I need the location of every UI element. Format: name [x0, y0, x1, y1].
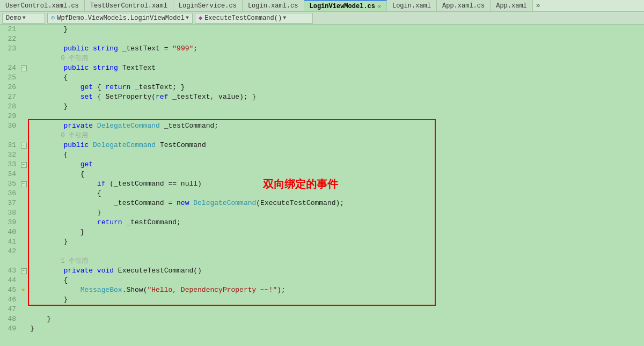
code-line-37: 37 _testCommand = new DelegateCommand(Ex… — [0, 198, 644, 208]
code-cell: get — [28, 160, 644, 170]
line-number: 30 — [0, 121, 19, 131]
code-token: public — [63, 45, 89, 53]
code-token: return — [97, 218, 122, 226]
editor: 双向绑定的事件 21 }2223 public string _testText… — [0, 25, 644, 346]
code-token — [30, 64, 63, 72]
code-line-33: 33− get — [0, 160, 644, 170]
project-label: Demo — [6, 14, 21, 22]
line-number: 21 — [0, 25, 19, 34]
code-token: TextText — [118, 64, 156, 72]
code-line-38: 38 } — [0, 208, 644, 218]
line-number: 25 — [0, 73, 19, 83]
fold-cell: − — [19, 181, 28, 187]
code-token: .Show( — [122, 286, 148, 294]
code-token — [93, 267, 97, 275]
line-number: 39 — [0, 218, 19, 227]
code-cell: set { SetProperty(ref _testText, value);… — [28, 92, 644, 102]
fold-icon[interactable]: − — [21, 181, 27, 187]
method-icon: ◆ — [199, 14, 202, 22]
fold-icon[interactable]: − — [21, 65, 27, 71]
bookmark-icon: ➤ — [21, 286, 26, 295]
code-cell: private DelegateCommand _testCommand; — [28, 121, 644, 131]
code-line-30: 30 private DelegateCommand _testCommand; — [0, 121, 644, 131]
code-token: private — [63, 267, 93, 275]
code-token — [30, 83, 80, 91]
code-line-40: 40 } — [0, 227, 644, 237]
tab-Login-xaml-cs[interactable]: Login.xaml.cs — [243, 0, 304, 12]
dropdown-icon[interactable]: ▼ — [23, 15, 26, 21]
code-line-41: 41 } — [0, 237, 644, 247]
fold-icon[interactable]: − — [21, 268, 27, 274]
code-token: if — [97, 180, 106, 188]
code-line-21: 21 } — [0, 25, 644, 34]
code-line-24: 24− public string TextText — [0, 63, 644, 73]
class-path: WpfDemo.ViewModels.LoginViewModel — [57, 14, 185, 22]
tab-LoginService-cs[interactable]: LoginService.cs — [173, 0, 243, 12]
code-token: _testText; } — [130, 83, 185, 91]
code-token: _testCommand = — [30, 199, 177, 207]
code-token: 1 个引用 — [30, 257, 88, 265]
class-dropdown-icon[interactable]: ▼ — [186, 15, 189, 21]
code-token: DelegateCommand — [93, 141, 156, 149]
code-token: _testText = — [118, 45, 172, 53]
line-number: 47 — [0, 305, 19, 314]
tab-TestUserControl-xaml[interactable]: TestUserControl.xaml — [85, 0, 173, 12]
code-token: (ExecuteTestCommand); — [256, 199, 344, 207]
tab-UserControl-xaml-cs[interactable]: UserControl.xaml.cs — [0, 0, 85, 12]
code-cell: } — [28, 25, 644, 34]
code-token: new — [177, 199, 189, 207]
tab-App-xaml-cs[interactable]: App.xaml.cs — [437, 0, 491, 12]
method-path: ExecuteTestCommand() — [204, 14, 282, 22]
code-token: { — [30, 73, 68, 82]
code-token — [30, 160, 80, 168]
code-cell: } — [28, 102, 644, 112]
code-token — [30, 93, 80, 101]
code-line-ref1: 0 个引用 — [0, 54, 644, 63]
code-token: } — [30, 325, 34, 333]
line-number: 32 — [0, 150, 19, 160]
code-token: "999" — [172, 45, 193, 53]
method-dropdown-icon[interactable]: ▼ — [283, 15, 286, 21]
code-cell: } — [28, 314, 644, 324]
code-token: } — [30, 228, 84, 236]
class-selector[interactable]: ⊕ WpfDemo.ViewModels.LoginViewModel ▼ — [47, 13, 193, 24]
code-token: ; — [193, 45, 197, 53]
code-token — [30, 122, 63, 130]
code-token: TestCommand — [156, 141, 206, 149]
code-token: } — [30, 102, 68, 111]
method-selector[interactable]: ◆ ExecuteTestCommand() ▼ — [195, 13, 313, 24]
code-cell: MessageBox.Show("Hello, DependencyProper… — [28, 285, 644, 295]
tab-close-icon[interactable]: ✕ — [378, 3, 381, 10]
code-cell: public DelegateCommand TestCommand — [28, 141, 644, 150]
tab-Login-xaml[interactable]: Login.xaml — [387, 0, 437, 12]
code-token — [89, 45, 93, 53]
code-cell: { — [28, 150, 644, 160]
code-line-25: 25 { — [0, 73, 644, 83]
code-line-ref2: 0 个引用 — [0, 131, 644, 141]
fold-cell: − — [19, 143, 28, 149]
class-icon: ⊕ — [51, 14, 55, 22]
code-line-44: 44 { — [0, 276, 644, 285]
fold-icon[interactable]: − — [21, 162, 27, 168]
tab-overflow-button[interactable]: » — [533, 1, 544, 11]
line-number: 37 — [0, 198, 19, 208]
code-line-45: 45➤ MessageBox.Show("Hello, DependencyPr… — [0, 285, 644, 295]
code-line-22: 22 — [0, 34, 644, 44]
line-number: 42 — [0, 247, 19, 256]
line-number: 48 — [0, 314, 19, 324]
code-cell: return _testCommand; — [28, 218, 644, 227]
tab-App-xaml[interactable]: App.xaml — [491, 0, 533, 12]
code-token: public — [63, 141, 89, 149]
code-token: void — [97, 267, 114, 275]
toolbar: Demo ▼ ⊕ WpfDemo.ViewModels.LoginViewMod… — [0, 12, 644, 25]
line-number: 26 — [0, 83, 19, 92]
fold-icon[interactable]: − — [21, 143, 27, 149]
line-number: 22 — [0, 34, 19, 44]
project-selector[interactable]: Demo ▼ — [2, 13, 45, 24]
code-token — [30, 218, 97, 226]
code-token: } — [30, 25, 68, 33]
tab-LoginViewModel-cs[interactable]: LoginViewModel.cs✕ — [304, 0, 387, 12]
code-token — [93, 122, 97, 130]
line-number: 23 — [0, 44, 19, 54]
code-token — [30, 286, 80, 294]
